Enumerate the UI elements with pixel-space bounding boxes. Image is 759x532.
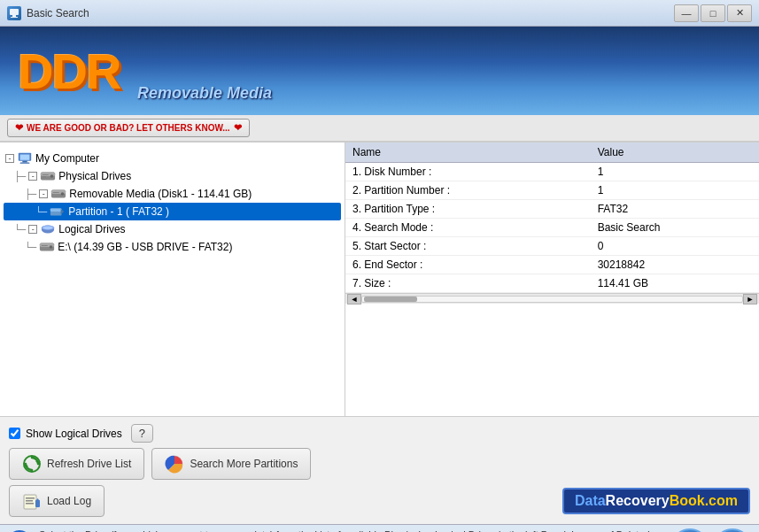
close-button[interactable]: ✕ (727, 4, 752, 22)
titlebar: Basic Search — □ ✕ (0, 0, 759, 27)
tree-item-physical-drives[interactable]: ├─ - Physical Drives (4, 167, 341, 185)
svg-rect-1 (12, 15, 16, 17)
horizontal-scrollbar[interactable]: ◄ ► (345, 293, 759, 304)
tree-panel: - My Computer ├─ - Physical Drives (0, 143, 345, 416)
expand-my-computer[interactable]: - (5, 154, 14, 163)
usb-drive-icon (39, 240, 55, 254)
expand-removable[interactable]: - (39, 189, 48, 198)
prop-name: 6. End Sector : (345, 256, 591, 274)
table-row: 6. End Sector :30218842 (345, 256, 759, 274)
prop-name: 5. Start Sector : (345, 237, 591, 256)
drive-e-label: E:\ (14.39 GB - USB DRIVE - FAT32) (58, 241, 232, 253)
table-row: 1. Disk Number :1 (345, 163, 759, 181)
website-recovery: Recovery (606, 493, 670, 508)
svg-point-21 (43, 226, 53, 229)
prop-value: 114.41 GB (591, 274, 759, 293)
tree-item-logical-drives[interactable]: └─ - Logical Drives (4, 220, 341, 238)
svg-rect-33 (26, 503, 34, 505)
svg-rect-32 (26, 500, 33, 502)
minimize-button[interactable]: — (674, 4, 699, 22)
logical-drives-label: Logical Drives (58, 223, 125, 235)
svg-rect-17 (50, 208, 62, 212)
forward-button[interactable]: ▶ (713, 528, 752, 532)
website-book: Book.com (670, 493, 738, 508)
show-logical-checkbox[interactable] (9, 428, 20, 439)
main-content: - My Computer ├─ - Physical Drives (0, 142, 759, 416)
computer-icon (17, 151, 33, 166)
prop-value: FAT32 (591, 200, 759, 219)
prop-name: 1. Disk Number : (345, 163, 591, 181)
app-subtitle: Removable Media (137, 84, 272, 103)
scroll-left-btn[interactable]: ◄ (347, 294, 361, 305)
prop-name: 3. Partition Type : (345, 200, 591, 219)
load-log-button[interactable]: Load Log (9, 485, 105, 517)
svg-rect-25 (42, 245, 48, 246)
scrollbar-track[interactable] (361, 296, 743, 303)
svg-rect-2 (11, 17, 18, 18)
table-row: 7. Size :114.41 GB (345, 274, 759, 293)
svg-rect-31 (26, 497, 35, 499)
svg-point-24 (50, 245, 53, 249)
table-row: 4. Search Mode :Basic Search (345, 219, 759, 237)
expand-physical[interactable]: - (28, 172, 37, 181)
tree-item-drive-e[interactable]: └─ E:\ (14.39 GB - USB DRIVE - FAT32) (4, 238, 341, 256)
window-controls: — □ ✕ (674, 4, 752, 22)
checkbox-row: Show Logical Drives ? (9, 424, 750, 443)
svg-point-14 (61, 192, 65, 196)
scroll-right-btn[interactable]: ► (743, 294, 757, 305)
col-name: Name (345, 143, 591, 163)
load-log-label: Load Log (47, 495, 91, 507)
svg-rect-4 (20, 155, 30, 160)
search-partitions-button[interactable]: Search More Partitions (151, 448, 311, 480)
tree-item-removable-media[interactable]: ├─ - Removable Media (Disk1 - 114.41 GB) (4, 185, 341, 203)
app-icon (7, 6, 21, 20)
table-row: 3. Partition Type :FAT32 (345, 200, 759, 219)
website-data: Data (575, 493, 606, 508)
prop-name: 4. Search Mode : (345, 219, 591, 237)
prop-name: 7. Size : (345, 274, 591, 293)
properties-panel: Name Value 1. Disk Number :12. Partition… (345, 143, 759, 416)
buttons-row: Refresh Drive List Search More Partition… (9, 448, 750, 480)
logical-drives-icon (40, 222, 56, 236)
properties-table: Name Value 1. Disk Number :12. Partition… (345, 143, 759, 293)
maximize-button[interactable]: □ (701, 4, 725, 22)
promo-button[interactable]: ❤ WE ARE GOOD OR BAD? LET OTHERS KNOW...… (7, 119, 250, 137)
help-button[interactable]: ? (131, 424, 153, 443)
prop-value: 1 (591, 163, 759, 181)
svg-point-9 (50, 174, 54, 178)
bottom-area: Show Logical Drives ? Refresh Drive List… (0, 416, 759, 524)
window-title: Basic Search (27, 7, 89, 19)
svg-rect-0 (10, 9, 19, 15)
tree-item-partition-1[interactable]: └─ Partition - 1 ( FAT32 ) (4, 203, 341, 220)
svg-rect-6 (20, 163, 30, 164)
svg-rect-34 (35, 500, 40, 507)
prop-value: Basic Search (591, 219, 759, 237)
search-label: Search More Partitions (190, 458, 298, 470)
app-logo: DDR (18, 42, 120, 100)
svg-rect-10 (43, 174, 49, 175)
removable-icon (50, 187, 66, 201)
partition-1-label: Partition - 1 ( FAT32 ) (68, 205, 169, 218)
show-logical-label: Show Logical Drives (26, 428, 122, 440)
physical-drives-label: Physical Drives (58, 170, 131, 182)
svg-rect-30 (24, 495, 36, 509)
svg-rect-11 (43, 176, 47, 177)
scrollbar-thumb[interactable] (364, 297, 417, 302)
removable-media-label: Removable Media (Disk1 - 114.41 GB) (69, 188, 252, 200)
prop-name: 2. Partition Number : (345, 181, 591, 200)
table-row: 5. Start Sector :0 (345, 237, 759, 256)
status-message: Select the Drive (from which you want to… (39, 528, 663, 532)
pie-chart-icon (165, 454, 184, 474)
prop-value: 0 (591, 237, 759, 256)
prop-value: 1 (591, 181, 759, 200)
expand-logical[interactable]: - (28, 225, 37, 234)
back-button[interactable]: ◀ (670, 528, 709, 532)
refresh-label: Refresh Drive List (47, 458, 131, 470)
svg-marker-18 (61, 208, 65, 214)
status-bar: i Select the Drive (from which you want … (0, 524, 759, 532)
tree-item-my-computer[interactable]: - My Computer (4, 150, 341, 167)
load-row: Load Log DataRecoveryBook.com (9, 485, 750, 517)
refresh-button[interactable]: Refresh Drive List (9, 448, 144, 480)
table-row: 2. Partition Number :1 (345, 181, 759, 200)
promo-bar: ❤ WE ARE GOOD OR BAD? LET OTHERS KNOW...… (0, 115, 759, 142)
